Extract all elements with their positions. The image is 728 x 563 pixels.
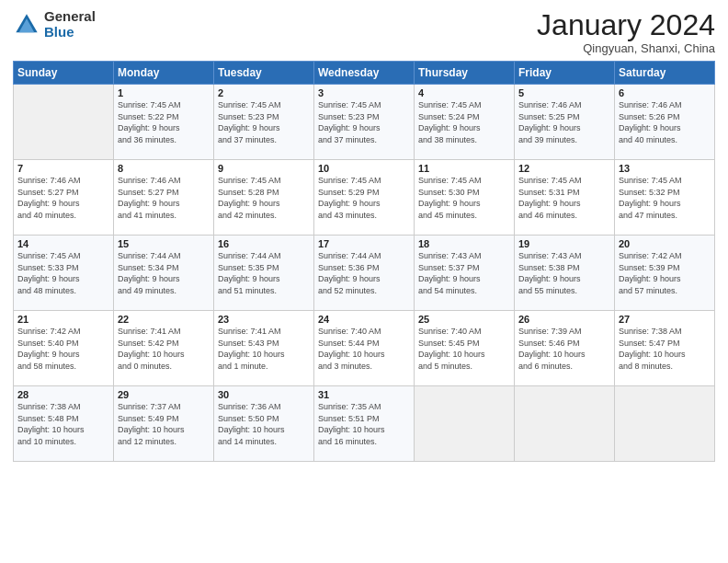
day-number: 17: [318, 238, 410, 249]
month-title: January 2024: [537, 9, 715, 41]
table-row: 7Sunrise: 7:46 AM Sunset: 5:27 PM Daylig…: [14, 160, 114, 236]
day-info: Sunrise: 7:45 AM Sunset: 5:28 PM Dayligh…: [218, 175, 310, 221]
day-info: Sunrise: 7:45 AM Sunset: 5:30 PM Dayligh…: [418, 175, 510, 221]
table-row: 20Sunrise: 7:42 AM Sunset: 5:39 PM Dayli…: [615, 236, 715, 311]
day-info: Sunrise: 7:39 AM Sunset: 5:46 PM Dayligh…: [518, 326, 610, 372]
day-number: 3: [318, 87, 410, 98]
day-number: 25: [418, 314, 510, 325]
table-row: 4Sunrise: 7:45 AM Sunset: 5:24 PM Daylig…: [415, 85, 515, 160]
title-block: January 2024 Qingyuan, Shanxi, China: [537, 9, 715, 55]
day-number: 23: [218, 314, 310, 325]
day-info: Sunrise: 7:45 AM Sunset: 5:23 PM Dayligh…: [318, 99, 410, 145]
day-number: 5: [518, 87, 610, 98]
day-info: Sunrise: 7:41 AM Sunset: 5:42 PM Dayligh…: [118, 326, 210, 372]
table-row: 8Sunrise: 7:46 AM Sunset: 5:27 PM Daylig…: [114, 160, 214, 236]
table-row: 24Sunrise: 7:40 AM Sunset: 5:44 PM Dayli…: [314, 311, 415, 386]
day-number: 13: [619, 163, 711, 174]
page: General Blue January 2024 Qingyuan, Shan…: [0, 0, 728, 563]
day-number: 4: [418, 87, 510, 98]
day-info: Sunrise: 7:45 AM Sunset: 5:24 PM Dayligh…: [418, 99, 510, 145]
logo-text: General Blue: [44, 9, 96, 40]
day-number: 19: [518, 238, 610, 249]
day-info: Sunrise: 7:45 AM Sunset: 5:32 PM Dayligh…: [619, 175, 711, 221]
table-row: 25Sunrise: 7:40 AM Sunset: 5:45 PM Dayli…: [415, 311, 515, 386]
table-row: 26Sunrise: 7:39 AM Sunset: 5:46 PM Dayli…: [515, 311, 615, 386]
day-number: 29: [118, 389, 210, 400]
day-info: Sunrise: 7:40 AM Sunset: 5:45 PM Dayligh…: [418, 326, 510, 372]
day-number: 2: [218, 87, 310, 98]
day-info: Sunrise: 7:46 AM Sunset: 5:26 PM Dayligh…: [619, 99, 711, 145]
day-info: Sunrise: 7:42 AM Sunset: 5:39 PM Dayligh…: [619, 250, 711, 296]
logo-general: General: [44, 9, 96, 25]
day-number: 14: [17, 238, 109, 249]
table-row: 5Sunrise: 7:46 AM Sunset: 5:25 PM Daylig…: [515, 85, 615, 160]
table-row: 3Sunrise: 7:45 AM Sunset: 5:23 PM Daylig…: [314, 85, 415, 160]
day-number: 31: [318, 389, 410, 400]
subtitle: Qingyuan, Shanxi, China: [537, 41, 715, 55]
day-info: Sunrise: 7:43 AM Sunset: 5:37 PM Dayligh…: [418, 250, 510, 296]
day-info: Sunrise: 7:46 AM Sunset: 5:27 PM Dayligh…: [118, 175, 210, 221]
calendar: Sunday Monday Tuesday Wednesday Thursday…: [13, 61, 715, 462]
day-number: 20: [619, 238, 711, 249]
day-info: Sunrise: 7:36 AM Sunset: 5:50 PM Dayligh…: [218, 401, 310, 447]
day-number: 18: [418, 238, 510, 249]
day-number: 27: [619, 314, 711, 325]
day-info: Sunrise: 7:42 AM Sunset: 5:40 PM Dayligh…: [17, 326, 109, 372]
col-friday: Friday: [515, 62, 615, 85]
day-number: 6: [619, 87, 711, 98]
day-info: Sunrise: 7:35 AM Sunset: 5:51 PM Dayligh…: [318, 401, 410, 447]
day-number: 28: [17, 389, 109, 400]
table-row: 14Sunrise: 7:45 AM Sunset: 5:33 PM Dayli…: [14, 236, 114, 311]
table-row: 1Sunrise: 7:45 AM Sunset: 5:22 PM Daylig…: [114, 85, 214, 160]
day-number: 12: [518, 163, 610, 174]
day-info: Sunrise: 7:38 AM Sunset: 5:47 PM Dayligh…: [619, 326, 711, 372]
day-number: 24: [318, 314, 410, 325]
day-number: 26: [518, 314, 610, 325]
day-info: Sunrise: 7:40 AM Sunset: 5:44 PM Dayligh…: [318, 326, 410, 372]
table-row: 15Sunrise: 7:44 AM Sunset: 5:34 PM Dayli…: [114, 236, 214, 311]
col-thursday: Thursday: [415, 62, 515, 85]
day-number: 1: [118, 87, 210, 98]
day-info: Sunrise: 7:44 AM Sunset: 5:34 PM Dayligh…: [118, 250, 210, 296]
day-info: Sunrise: 7:37 AM Sunset: 5:49 PM Dayligh…: [118, 401, 210, 447]
day-number: 15: [118, 238, 210, 249]
table-row: 21Sunrise: 7:42 AM Sunset: 5:40 PM Dayli…: [14, 311, 114, 386]
day-number: 9: [218, 163, 310, 174]
day-number: 7: [17, 163, 109, 174]
day-info: Sunrise: 7:38 AM Sunset: 5:48 PM Dayligh…: [17, 401, 109, 447]
day-number: 30: [218, 389, 310, 400]
logo: General Blue: [13, 9, 96, 40]
day-number: 22: [118, 314, 210, 325]
table-row: 9Sunrise: 7:45 AM Sunset: 5:28 PM Daylig…: [214, 160, 314, 236]
day-info: Sunrise: 7:45 AM Sunset: 5:31 PM Dayligh…: [518, 175, 610, 221]
day-info: Sunrise: 7:41 AM Sunset: 5:43 PM Dayligh…: [218, 326, 310, 372]
day-info: Sunrise: 7:46 AM Sunset: 5:27 PM Dayligh…: [17, 175, 109, 221]
day-number: 16: [218, 238, 310, 249]
table-row: 27Sunrise: 7:38 AM Sunset: 5:47 PM Dayli…: [615, 311, 715, 386]
day-info: Sunrise: 7:46 AM Sunset: 5:25 PM Dayligh…: [518, 99, 610, 145]
day-number: 11: [418, 163, 510, 174]
col-monday: Monday: [114, 62, 214, 85]
table-row: 13Sunrise: 7:45 AM Sunset: 5:32 PM Dayli…: [615, 160, 715, 236]
logo-icon: [13, 11, 40, 39]
col-sunday: Sunday: [14, 62, 114, 85]
day-info: Sunrise: 7:43 AM Sunset: 5:38 PM Dayligh…: [518, 250, 610, 296]
day-number: 21: [17, 314, 109, 325]
table-row: 23Sunrise: 7:41 AM Sunset: 5:43 PM Dayli…: [214, 311, 314, 386]
day-info: Sunrise: 7:45 AM Sunset: 5:22 PM Dayligh…: [118, 99, 210, 145]
table-row: 10Sunrise: 7:45 AM Sunset: 5:29 PM Dayli…: [314, 160, 415, 236]
table-row: 28Sunrise: 7:38 AM Sunset: 5:48 PM Dayli…: [14, 386, 114, 462]
day-number: 8: [118, 163, 210, 174]
day-info: Sunrise: 7:45 AM Sunset: 5:33 PM Dayligh…: [17, 250, 109, 296]
logo-blue: Blue: [44, 25, 96, 40]
col-saturday: Saturday: [615, 62, 715, 85]
table-row: 2Sunrise: 7:45 AM Sunset: 5:23 PM Daylig…: [214, 85, 314, 160]
day-info: Sunrise: 7:45 AM Sunset: 5:29 PM Dayligh…: [318, 175, 410, 221]
day-info: Sunrise: 7:44 AM Sunset: 5:35 PM Dayligh…: [218, 250, 310, 296]
day-info: Sunrise: 7:44 AM Sunset: 5:36 PM Dayligh…: [318, 250, 410, 296]
table-row: 17Sunrise: 7:44 AM Sunset: 5:36 PM Dayli…: [314, 236, 415, 311]
col-wednesday: Wednesday: [314, 62, 415, 85]
table-row: [14, 85, 114, 160]
table-row: 18Sunrise: 7:43 AM Sunset: 5:37 PM Dayli…: [415, 236, 515, 311]
table-row: 6Sunrise: 7:46 AM Sunset: 5:26 PM Daylig…: [615, 85, 715, 160]
